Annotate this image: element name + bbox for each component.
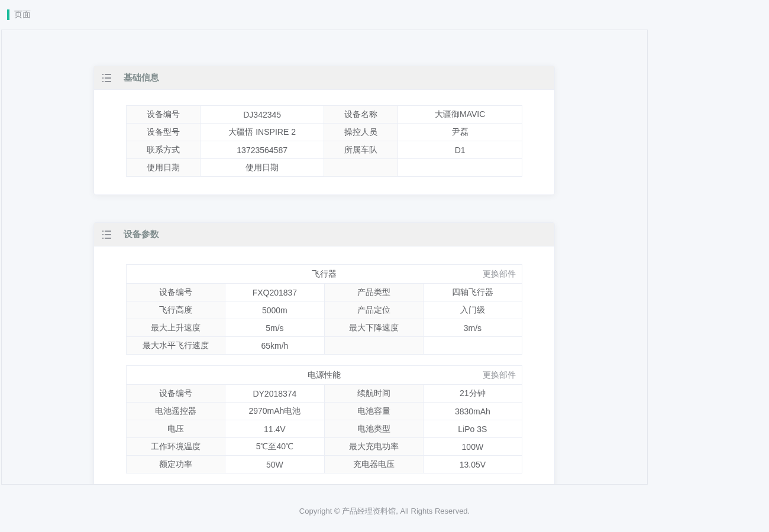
- header-accent-bar: [7, 9, 9, 20]
- field-value: 尹磊: [398, 124, 522, 141]
- field-label: 设备编号: [127, 284, 225, 301]
- device-params-body: 飞行器 更换部件 设备编号 FXQ201837 产品类型 四轴飞行器 飞行高度 …: [94, 246, 554, 485]
- field-value: 3m/s: [423, 319, 522, 337]
- field-value: 50W: [225, 456, 324, 473]
- table-row: 设备编号 DY2018374 续航时间 21分钟: [127, 385, 522, 403]
- table-row: 飞行高度 5000m 产品定位 入门级: [127, 301, 522, 319]
- field-value: 大疆御MAVIC: [398, 106, 522, 124]
- field-label: 设备型号: [127, 124, 201, 141]
- aircraft-table: 飞行器 更换部件 设备编号 FXQ201837 产品类型 四轴飞行器 飞行高度 …: [126, 264, 522, 355]
- field-value: 3830mAh: [423, 403, 522, 420]
- aircraft-table-title-cell: 飞行器 更换部件: [127, 265, 522, 284]
- power-table-title-cell: 电源性能 更换部件: [127, 366, 522, 385]
- basic-info-header: 基础信息: [94, 66, 554, 90]
- field-label: 操控人员: [324, 124, 398, 141]
- list-icon: [102, 73, 112, 83]
- table-row: 电压 11.4V 电池类型 LiPo 3S: [127, 420, 522, 438]
- field-value: 13723564587: [200, 141, 324, 159]
- field-value: DJ342345: [200, 106, 324, 124]
- table-row: 电池遥控器 2970mAh电池 电池容量 3830mAh: [127, 403, 522, 420]
- field-value: 四轴飞行器: [423, 284, 522, 301]
- field-label: 电池遥控器: [127, 403, 225, 420]
- field-label: 充电器电压: [324, 456, 423, 473]
- field-label: 电池类型: [324, 420, 423, 438]
- field-label: [324, 159, 398, 177]
- field-label: 最大上升速度: [127, 319, 225, 337]
- field-value: DY2018374: [225, 385, 324, 403]
- table-row: 最大上升速度 5m/s 最大下降速度 3m/s: [127, 319, 522, 337]
- page-title: 页面: [14, 9, 31, 20]
- table-row: 设备编号 FXQ201837 产品类型 四轴飞行器: [127, 284, 522, 301]
- table-row: 额定功率 50W 充电器电压 13.05V: [127, 456, 522, 473]
- table-row: 最大水平飞行速度 65km/h: [127, 337, 522, 355]
- field-value: 65km/h: [225, 337, 324, 355]
- swap-parts-link[interactable]: 更换部件: [483, 269, 516, 280]
- basic-info-body: 设备编号 DJ342345 设备名称 大疆御MAVIC 设备型号 大疆悟 INS…: [94, 90, 554, 194]
- field-value: 5m/s: [225, 319, 324, 337]
- table-row: 使用日期 使用日期: [127, 159, 522, 177]
- list-icon: [102, 230, 112, 239]
- content-frame[interactable]: 基础信息 设备编号 DJ342345 设备名称 大疆御MAVIC 设备型号 大疆…: [1, 30, 648, 485]
- field-value: D1: [398, 141, 522, 159]
- field-value: [398, 159, 522, 177]
- table-title-row: 飞行器 更换部件: [127, 265, 522, 284]
- field-value: LiPo 3S: [423, 420, 522, 438]
- field-label: 产品定位: [324, 301, 423, 319]
- motor-table-title-cell: 电机 更换部件: [127, 485, 522, 485]
- field-value: 5000m: [225, 301, 324, 319]
- basic-info-card: 基础信息 设备编号 DJ342345 设备名称 大疆御MAVIC 设备型号 大疆…: [93, 66, 555, 195]
- field-label: [324, 337, 423, 355]
- field-value: 13.05V: [423, 456, 522, 473]
- field-label: 使用日期: [127, 159, 201, 177]
- basic-info-title: 基础信息: [124, 72, 159, 83]
- page-header: 页面: [0, 0, 769, 30]
- field-value: 大疆悟 INSPIRE 2: [200, 124, 324, 141]
- field-value: 21分钟: [423, 385, 522, 403]
- aircraft-table-title: 飞行器: [312, 269, 337, 278]
- page-footer: Copyright © 产品经理资料馆, All Rights Reserved…: [0, 491, 769, 532]
- table-title-row: 电源性能 更换部件: [127, 366, 522, 385]
- field-value: 11.4V: [225, 420, 324, 438]
- swap-parts-link[interactable]: 更换部件: [483, 370, 516, 381]
- field-value: 2970mAh电池: [225, 403, 324, 420]
- field-value: 100W: [423, 438, 522, 456]
- table-title-row: 电机 更换部件: [127, 485, 522, 485]
- power-table-title: 电源性能: [308, 370, 341, 379]
- table-row: 联系方式 13723564587 所属车队 D1: [127, 141, 522, 159]
- field-label: 设备编号: [127, 106, 201, 124]
- field-value: 使用日期: [200, 159, 324, 177]
- field-value: 入门级: [423, 301, 522, 319]
- field-value: 5℃至40℃: [225, 438, 324, 456]
- field-label: 电池容量: [324, 403, 423, 420]
- power-table: 电源性能 更换部件 设备编号 DY2018374 续航时间 21分钟 电池遥控器…: [126, 365, 522, 473]
- field-label: 所属车队: [324, 141, 398, 159]
- footer-text: Copyright © 产品经理资料馆, All Rights Reserved…: [299, 506, 470, 517]
- field-label: 联系方式: [127, 141, 201, 159]
- field-label: 飞行高度: [127, 301, 225, 319]
- field-label: 最大充电功率: [324, 438, 423, 456]
- field-value: FXQ201837: [225, 284, 324, 301]
- motor-table: 电机 更换部件: [126, 484, 522, 485]
- field-label: 最大水平飞行速度: [127, 337, 225, 355]
- device-params-card: 设备参数 飞行器 更换部件 设备编号 FXQ201837 产品类型: [93, 222, 555, 485]
- table-row: 设备型号 大疆悟 INSPIRE 2 操控人员 尹磊: [127, 124, 522, 141]
- device-params-header: 设备参数: [94, 223, 554, 246]
- device-params-title: 设备参数: [124, 229, 159, 240]
- field-label: 设备编号: [127, 385, 225, 403]
- field-label: 额定功率: [127, 456, 225, 473]
- table-row: 工作环境温度 5℃至40℃ 最大充电功率 100W: [127, 438, 522, 456]
- field-label: 续航时间: [324, 385, 423, 403]
- field-label: 产品类型: [324, 284, 423, 301]
- field-label: 设备名称: [324, 106, 398, 124]
- inner-content: 基础信息 设备编号 DJ342345 设备名称 大疆御MAVIC 设备型号 大疆…: [2, 30, 647, 485]
- field-label: 最大下降速度: [324, 319, 423, 337]
- table-row: 设备编号 DJ342345 设备名称 大疆御MAVIC: [127, 106, 522, 124]
- field-label: 电压: [127, 420, 225, 438]
- field-value: [423, 337, 522, 355]
- field-label: 工作环境温度: [127, 438, 225, 456]
- basic-info-table: 设备编号 DJ342345 设备名称 大疆御MAVIC 设备型号 大疆悟 INS…: [126, 105, 522, 177]
